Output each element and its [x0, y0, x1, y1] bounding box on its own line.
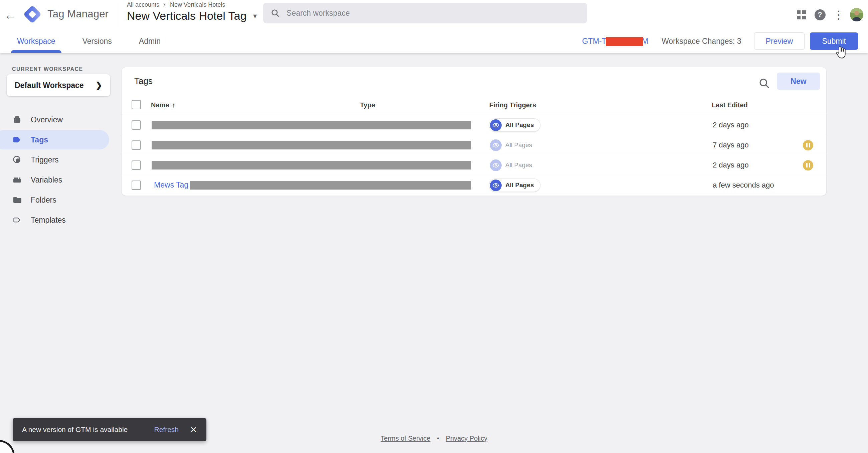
- tag-icon: [12, 135, 22, 145]
- sidebar-item-folders[interactable]: Folders: [0, 190, 114, 210]
- container-selector[interactable]: New Verticals Hotel Tag ▾: [127, 9, 257, 22]
- paused-icon: [803, 160, 813, 170]
- template-icon: [12, 215, 22, 225]
- firing-trigger-chip[interactable]: All Pages: [489, 159, 538, 172]
- eye-icon: [490, 119, 502, 131]
- gtm-update-snackbar: A new version of GTM is available Refres…: [13, 418, 207, 441]
- tab-workspace[interactable]: Workspace: [11, 29, 61, 53]
- eye-icon: [490, 139, 502, 151]
- variables-icon: [12, 175, 22, 185]
- sidebar-item-triggers[interactable]: Triggers: [0, 150, 114, 170]
- breadcrumb-all-accounts[interactable]: All accounts: [127, 1, 159, 8]
- tag-row[interactable]: Mews Tag All Pages a few seconds ago: [122, 175, 826, 195]
- workspace-changes-label: Workspace Changes: 3: [661, 37, 741, 46]
- redacted-name-bar: [190, 181, 471, 190]
- panel-title: Tags: [134, 76, 153, 86]
- firing-trigger-chip[interactable]: All Pages: [489, 118, 540, 132]
- tag-row[interactable]: All Pages 2 days ago: [122, 115, 826, 135]
- last-edited: 7 days ago: [713, 141, 749, 149]
- row-checkbox[interactable]: [132, 161, 141, 170]
- snackbar-message: A new version of GTM is available: [22, 426, 154, 434]
- last-edited: 2 days ago: [713, 121, 749, 130]
- app-title: Tag Manager: [48, 8, 108, 20]
- gtm-id-redaction: [606, 37, 643, 46]
- preview-button[interactable]: Preview: [754, 32, 805, 50]
- breadcrumb-chevron-icon: ›: [164, 1, 166, 8]
- more-options-icon[interactable]: ⋮: [829, 5, 848, 24]
- column-type: Type: [360, 101, 375, 109]
- tab-admin[interactable]: Admin: [133, 29, 167, 53]
- tag-name-link[interactable]: Mews Tag: [154, 180, 188, 190]
- container-id-link[interactable]: GTM-T M: [582, 37, 648, 46]
- trigger-icon: [12, 155, 22, 165]
- firing-trigger-chip[interactable]: All Pages: [489, 138, 538, 152]
- back-arrow-icon: ←: [4, 8, 17, 22]
- tags-panel: Tags New Name↑ Type Firing Triggers Last…: [121, 67, 827, 196]
- paused-icon: [803, 140, 813, 150]
- column-firing-triggers: Firing Triggers: [489, 101, 536, 109]
- tags-search-icon[interactable]: [758, 77, 770, 89]
- redacted-name-bar: [152, 121, 471, 130]
- submit-button[interactable]: Submit: [810, 32, 858, 50]
- refresh-link[interactable]: Refresh: [154, 426, 179, 434]
- sort-ascending-icon: ↑: [172, 101, 175, 109]
- back-button[interactable]: ←: [3, 7, 18, 23]
- sidebar-item-overview[interactable]: Overview: [0, 110, 114, 130]
- row-checkbox[interactable]: [132, 120, 141, 130]
- avatar[interactable]: [850, 8, 863, 21]
- search-icon: [271, 8, 280, 18]
- breadcrumb: All accounts › New Verticals Hotels: [127, 1, 257, 8]
- last-edited: a few seconds ago: [713, 181, 774, 190]
- last-edited: 2 days ago: [713, 161, 749, 170]
- apps-grid-icon[interactable]: [792, 5, 811, 24]
- container-dropdown-caret-icon: ▾: [253, 12, 257, 20]
- redacted-name-bar: [152, 161, 471, 170]
- table-header: Name↑ Type Firing Triggers Last Edited: [122, 99, 826, 115]
- tag-row[interactable]: All Pages 7 days ago: [122, 135, 826, 155]
- close-icon[interactable]: ✕: [190, 425, 197, 434]
- row-checkbox[interactable]: [132, 140, 141, 150]
- tag-manager-logo-icon: [22, 4, 43, 25]
- row-checkbox[interactable]: [132, 180, 141, 190]
- workspace-search-bar[interactable]: [263, 3, 587, 23]
- workspace-tab-bar: Workspace Versions Admin GTM-T M Workspa…: [0, 29, 868, 53]
- eye-icon: [490, 179, 502, 191]
- container-title: New Verticals Hotel Tag: [127, 9, 246, 22]
- current-workspace-label: CURRENT WORKSPACE: [12, 66, 83, 72]
- top-app-bar: ← Tag Manager All accounts › New Vertica…: [0, 0, 868, 29]
- breadcrumb-account[interactable]: New Verticals Hotels: [170, 1, 225, 8]
- workspace-selector[interactable]: Default Workspace ❯: [7, 74, 110, 96]
- firing-trigger-chip[interactable]: All Pages: [489, 178, 540, 192]
- sidebar-item-variables[interactable]: Variables: [0, 170, 114, 190]
- chevron-right-icon: ❯: [95, 81, 102, 90]
- workspace-name: Default Workspace: [15, 81, 95, 90]
- sidebar-item-templates[interactable]: Templates: [0, 210, 114, 230]
- active-tab-underline: [11, 50, 61, 53]
- sidebar-item-tags[interactable]: Tags: [0, 130, 114, 150]
- tag-row[interactable]: All Pages 2 days ago: [122, 155, 826, 175]
- column-name[interactable]: Name↑: [151, 101, 175, 109]
- overview-icon: [12, 115, 22, 125]
- eye-icon: [490, 160, 502, 171]
- help-icon[interactable]: ?: [811, 5, 829, 24]
- select-all-checkbox[interactable]: [132, 100, 141, 109]
- folder-icon: [12, 195, 22, 205]
- terms-of-service-link[interactable]: Terms of Service: [381, 434, 431, 442]
- search-input[interactable]: [286, 9, 580, 18]
- header-divider: [119, 3, 119, 27]
- new-tag-button[interactable]: New: [777, 73, 820, 90]
- sidebar: CURRENT WORKSPACE Default Workspace ❯ Ov…: [0, 53, 114, 453]
- tab-versions[interactable]: Versions: [76, 29, 118, 53]
- footer-separator: •: [437, 434, 439, 442]
- redacted-name-bar: [152, 141, 471, 149]
- privacy-policy-link[interactable]: Privacy Policy: [446, 434, 487, 442]
- column-last-edited: Last Edited: [712, 101, 748, 109]
